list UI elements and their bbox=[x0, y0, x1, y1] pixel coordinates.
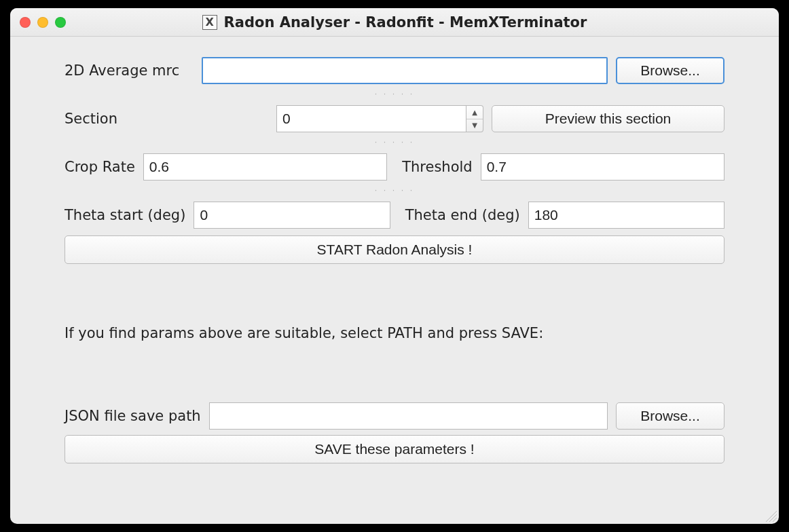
resize-grip-icon[interactable] bbox=[763, 508, 777, 522]
section-input[interactable] bbox=[276, 105, 466, 132]
divider-dots: · · · · · bbox=[65, 138, 724, 147]
close-icon[interactable] bbox=[20, 17, 31, 28]
info-text: If you find params above are suitable, s… bbox=[65, 325, 724, 341]
label-section: Section bbox=[65, 111, 268, 127]
row-save: SAVE these parameters ! bbox=[65, 435, 724, 463]
theta-start-input[interactable] bbox=[194, 202, 390, 229]
svg-line-2 bbox=[773, 518, 777, 522]
window-controls bbox=[20, 17, 66, 28]
json-path-input[interactable] bbox=[209, 402, 608, 430]
browse-json-button[interactable]: Browse... bbox=[616, 402, 724, 430]
spin-buttons: ▲ ▼ bbox=[466, 105, 483, 132]
theta-end-input[interactable] bbox=[528, 202, 724, 229]
application-window: X Radon Analyser - Radonfit - MemXTermin… bbox=[10, 8, 779, 524]
label-mrc: 2D Average mrc bbox=[65, 62, 194, 79]
label-crop-rate: Crop Rate bbox=[65, 159, 135, 175]
chevron-down-icon[interactable]: ▼ bbox=[466, 119, 483, 132]
svg-line-1 bbox=[769, 514, 777, 522]
crop-rate-input[interactable] bbox=[143, 153, 387, 180]
minimize-icon[interactable] bbox=[37, 17, 48, 28]
content-area: 2D Average mrc Browse... · · · · · Secti… bbox=[10, 37, 779, 482]
browse-mrc-button[interactable]: Browse... bbox=[616, 57, 724, 84]
save-parameters-button[interactable]: SAVE these parameters ! bbox=[65, 435, 724, 463]
row-crop-threshold: Crop Rate Threshold bbox=[65, 153, 724, 180]
label-json-path: JSON file save path bbox=[65, 408, 201, 424]
label-threshold: Threshold bbox=[402, 159, 473, 175]
titlebar: X Radon Analyser - Radonfit - MemXTermin… bbox=[10, 8, 779, 37]
maximize-icon[interactable] bbox=[55, 17, 66, 28]
row-mrc: 2D Average mrc Browse... bbox=[65, 57, 724, 84]
start-analysis-button[interactable]: START Radon Analysis ! bbox=[65, 235, 724, 264]
mrc-path-input[interactable] bbox=[202, 57, 608, 84]
label-theta-end: Theta end (deg) bbox=[405, 207, 520, 223]
row-json-path: JSON file save path Browse... bbox=[65, 402, 724, 430]
divider-dots: · · · · · bbox=[65, 186, 724, 195]
divider-dots: · · · · · bbox=[65, 90, 724, 98]
window-title: Radon Analyser - Radonfit - MemXTerminat… bbox=[224, 14, 587, 31]
preview-section-button[interactable]: Preview this section bbox=[492, 105, 724, 132]
row-theta: Theta start (deg) Theta end (deg) bbox=[65, 202, 724, 229]
title-wrap: X Radon Analyser - Radonfit - MemXTermin… bbox=[202, 14, 587, 31]
section-spinbox[interactable]: ▲ ▼ bbox=[276, 105, 483, 132]
row-start: START Radon Analysis ! bbox=[65, 235, 724, 264]
threshold-input[interactable] bbox=[481, 153, 724, 180]
label-theta-start: Theta start (deg) bbox=[65, 207, 185, 223]
row-section: Section ▲ ▼ Preview this section bbox=[65, 105, 724, 132]
app-icon: X bbox=[202, 15, 217, 30]
chevron-up-icon[interactable]: ▲ bbox=[466, 106, 483, 119]
